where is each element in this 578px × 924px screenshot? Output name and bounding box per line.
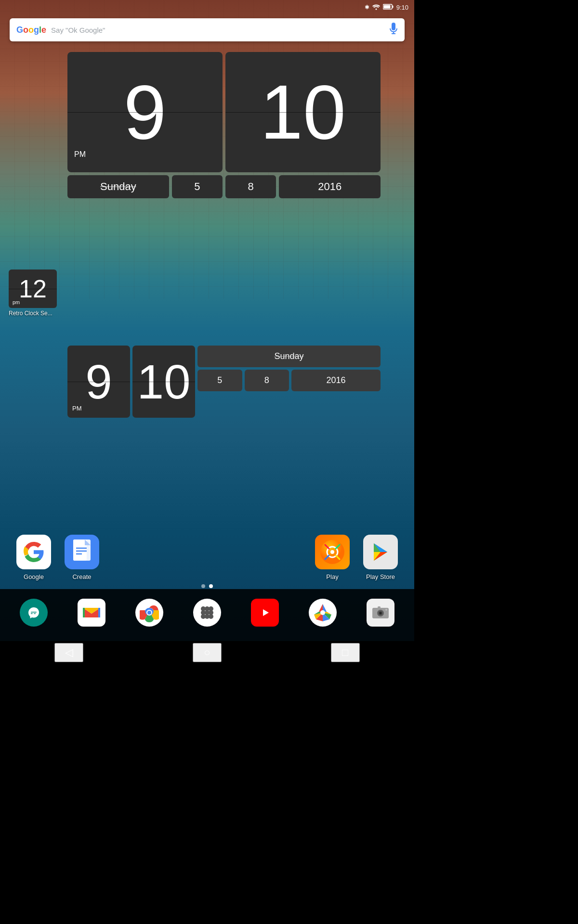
svg-rect-47: [378, 606, 381, 608]
hangouts-icon: [20, 599, 48, 627]
dock-gmail[interactable]: [74, 599, 109, 627]
flip-ampm-large: PM: [74, 150, 86, 159]
flip-clock-large-digits: PM 9 10: [67, 52, 381, 172]
google-logo: Google: [16, 25, 46, 35]
dock-hangouts[interactable]: [16, 599, 51, 627]
small-clock-label: Retro Clock Se...: [9, 310, 57, 317]
flip-hour-med: PM 9: [67, 346, 130, 418]
wifi-icon: [372, 3, 380, 12]
battery-icon: [383, 4, 394, 11]
recents-button[interactable]: □: [331, 643, 360, 662]
gmail-icon: [78, 599, 105, 627]
flip-minute-med: 10: [132, 346, 195, 418]
svg-point-38: [209, 614, 213, 619]
svg-point-48: [385, 609, 387, 611]
search-placeholder: Say "Ok Google": [51, 26, 389, 34]
flip-year-med: 2016: [291, 370, 381, 391]
play-icon: [315, 535, 350, 569]
mic-icon[interactable]: [389, 23, 398, 38]
svg-rect-2: [383, 5, 390, 8]
search-bar[interactable]: Google Say "Ok Google": [10, 18, 405, 41]
dock-youtube[interactable]: [248, 599, 282, 627]
flip-day-of-week-large: Sunday: [67, 175, 169, 198]
google-icon: [16, 535, 51, 569]
create-icon: [65, 535, 99, 569]
flip-minute-block: 10: [225, 52, 381, 172]
svg-point-46: [380, 612, 381, 614]
flip-hour-block: PM 9: [67, 52, 223, 172]
dock-photos[interactable]: [305, 599, 340, 627]
app-playstore[interactable]: Play Store: [356, 535, 405, 580]
small-clock-number: 12: [19, 276, 47, 301]
create-label: Create: [72, 573, 91, 580]
flip-minute-number: 10: [260, 74, 346, 151]
page-indicators: [201, 584, 213, 588]
flip-clock-med-main: PM 9 10 Sunday 5 8 2016: [67, 346, 381, 418]
app-create[interactable]: Create: [58, 535, 106, 580]
flip-hour-number: 9: [124, 74, 167, 151]
svg-rect-1: [392, 5, 393, 8]
photos-icon: [309, 599, 337, 627]
nav-bar: ◁ ○ □: [0, 641, 414, 664]
small-clock-ampm: pm: [13, 299, 20, 305]
google-label: Google: [24, 573, 44, 580]
back-button[interactable]: ◁: [54, 643, 83, 662]
playstore-label: Play Store: [366, 573, 395, 580]
app-play[interactable]: Play: [308, 535, 356, 580]
small-clock-box: pm 12: [9, 270, 57, 308]
home-button[interactable]: ○: [193, 643, 222, 662]
svg-point-13: [330, 550, 334, 554]
svg-rect-3: [392, 23, 395, 30]
flip-month-large: 5: [172, 175, 223, 198]
dock-chrome[interactable]: [132, 599, 167, 627]
youtube-icon: [251, 599, 279, 627]
status-bar: ✱ 9:10: [0, 0, 414, 14]
flip-month-med: 5: [197, 370, 242, 391]
dock-camera[interactable]: [363, 599, 398, 627]
flip-date-med-row: Sunday 5 8 2016: [197, 346, 381, 418]
bluetooth-icon: ✱: [365, 4, 369, 11]
apps-grid-icon: [193, 599, 221, 627]
camera-icon: [367, 599, 394, 627]
app-google[interactable]: Google: [10, 535, 58, 580]
status-icons: ✱ 9:10: [365, 3, 408, 12]
playstore-icon: [363, 535, 398, 569]
flip-day-med: Sunday: [197, 346, 381, 367]
play-label: Play: [326, 573, 338, 580]
svg-point-29: [147, 611, 151, 615]
flip-day-num-med: 8: [245, 370, 289, 391]
svg-rect-7: [73, 539, 87, 561]
page-dot-2[interactable]: [209, 584, 213, 588]
flip-clock-large: PM 9 10 Sunday 5 8 2016: [67, 52, 381, 198]
svg-point-41: [320, 610, 325, 615]
flip-hour-med-number: 9: [85, 358, 112, 406]
app-icons: Google Create: [0, 535, 414, 580]
svg-rect-24: [83, 608, 85, 617]
flip-date-row-large: Sunday 5 8 2016: [67, 175, 381, 198]
page-dot-1[interactable]: [201, 584, 205, 588]
flip-date-med-nums: 5 8 2016: [197, 370, 381, 391]
flip-minute-med-number: 10: [137, 358, 190, 406]
flip-clock-small: pm 12 Retro Clock Se...: [9, 270, 57, 317]
svg-rect-25: [98, 608, 100, 617]
dock-apps[interactable]: [190, 599, 224, 627]
status-time: 9:10: [396, 4, 408, 11]
flip-clock-medium: PM 9 10 Sunday 5 8 2016: [67, 346, 381, 418]
flip-date-large: 8: [225, 175, 276, 198]
dock: [0, 589, 414, 641]
chrome-icon: [135, 599, 163, 627]
flip-ampm-med: PM: [72, 405, 82, 412]
flip-year-large: 2016: [279, 175, 381, 198]
